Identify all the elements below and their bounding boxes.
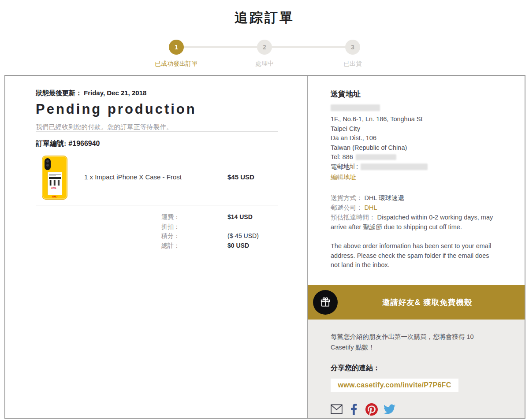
status-updated-label: 狀態最後更新： — [36, 89, 82, 97]
email-confirmation-note: The above order information has been sen… — [331, 242, 498, 270]
step-circle-3: 3 — [345, 40, 360, 55]
share-link-label: 分享您的連結： — [331, 364, 498, 373]
step-processing: 2 處理中 — [255, 40, 274, 68]
email-label: 電郵地址: — [331, 162, 358, 172]
shipping-address-section: 送貨地址 1F., No.6-1, Ln. 186, Tonghua St Ta… — [308, 76, 525, 182]
order-status-panel: 狀態最後更新：Friday, Dec 21, 2018 Pending prod… — [5, 76, 308, 418]
shipping-info-panel: 送貨地址 1F., No.6-1, Ln. 186, Tonghua St Ta… — [308, 76, 525, 418]
points-label: 積分： — [161, 232, 180, 240]
product-image-phone-case: —DHL— -DHL- — [42, 156, 67, 200]
status-updated-date: Friday, Dec 21, 2018 — [84, 89, 146, 97]
shipping-method-value: DHL 環球速遞 — [365, 194, 405, 201]
discount-label: 折扣： — [161, 223, 180, 231]
phone-label: Tel: 886 — [331, 152, 353, 162]
eta-line: 預估抵達時間： Dispatched within 0-2 working da… — [331, 212, 498, 232]
grand-total-label: 總計： — [161, 242, 180, 250]
grand-total-value: $0 USD — [227, 242, 249, 249]
total-row-shipping: 運費： $14 USD — [36, 213, 278, 223]
order-number-label: 訂單編號: — [36, 140, 66, 147]
order-item-name: 1 x Impact iPhone X Case - Frost — [84, 173, 182, 181]
divider — [36, 205, 278, 205]
shipping-address-heading: 送貨地址 — [331, 89, 498, 99]
courier-link[interactable]: DHL — [365, 204, 377, 211]
edit-address-link[interactable]: 編輯地址 — [331, 173, 356, 182]
step-order-placed: 1 已成功發出訂單 — [155, 40, 198, 68]
social-share-row — [331, 403, 498, 416]
courier-label: 郵遞公司： — [331, 204, 363, 211]
shipping-method-section: 送貨方式： DHL 環球速遞 郵遞公司： DHL 預估抵達時間： Dispatc… — [308, 182, 525, 270]
pinterest-share-icon[interactable] — [365, 403, 378, 416]
invite-link-box[interactable]: www.casetify.com/invite/P7P6FC — [331, 379, 458, 392]
shipping-method-line: 送貨方式： DHL 環球速遞 — [331, 193, 498, 203]
shipping-fee-label: 運費： — [161, 213, 180, 221]
total-row-points: 積分： ($-45 USD) — [36, 232, 278, 242]
referral-section: 每當您介紹的朋友作出第一次購買，您將會獲得 10 Casetify 點數！ 分享… — [308, 320, 525, 418]
status-updated-line: 狀態最後更新：Friday, Dec 21, 2018 — [36, 89, 278, 97]
shipping-method-label: 送貨方式： — [331, 194, 363, 201]
order-number-value: #1966940 — [68, 140, 100, 147]
step-label-1: 已成功發出訂單 — [155, 60, 198, 68]
order-item-price: $45 USD — [227, 173, 254, 181]
gift-icon-badge — [313, 290, 338, 315]
address-line-2: Taipei City — [331, 124, 498, 134]
order-status-description: 我們已經收到您的付款。您的訂單正等待製作。 — [36, 123, 278, 131]
step-circle-2: 2 — [257, 40, 272, 55]
step-circle-1: 1 — [169, 40, 184, 55]
twitter-share-icon[interactable] — [384, 403, 395, 415]
address-line-4: Taiwan (Republic of China) — [331, 143, 498, 153]
step-label-3: 已出貨 — [343, 60, 362, 68]
facebook-share-icon[interactable] — [348, 404, 360, 415]
phone-number-redacted — [356, 154, 396, 160]
eta-label: 預估抵達時間： — [331, 214, 376, 221]
divider — [36, 131, 278, 132]
order-details-box: 狀態最後更新：Friday, Dec 21, 2018 Pending prod… — [4, 75, 525, 419]
step-label-2: 處理中 — [255, 60, 274, 68]
phone-line: Tel: 886 — [331, 152, 498, 162]
email-line: 電郵地址: — [331, 162, 498, 172]
email-share-icon[interactable] — [331, 404, 343, 414]
gift-icon — [320, 297, 331, 308]
total-row-discount: 折扣： — [36, 223, 278, 233]
address-line-1: 1F., No.6-1, Ln. 186, Tonghua St — [331, 115, 498, 124]
step-shipped: 3 已出貨 — [343, 40, 362, 68]
case-barcode — [49, 180, 61, 186]
total-row-grand-total: 總計： $0 USD — [36, 242, 278, 252]
address-line-3: Da an Dist., 106 — [331, 134, 498, 143]
email-address-redacted — [361, 164, 428, 170]
order-number-line: 訂單編號:#1966940 — [36, 139, 278, 149]
shipping-fee-value: $14 USD — [227, 213, 253, 220]
recipient-name-redacted — [331, 104, 380, 111]
order-progress-stepper: 1 已成功發出訂單 2 處理中 3 已出貨 — [169, 40, 360, 69]
courier-line: 郵遞公司： DHL — [331, 203, 498, 212]
order-tracking-page: 追踪訂單 1 已成功發出訂單 2 處理中 3 已出貨 狀態最後更新：Friday… — [0, 0, 529, 420]
order-totals: 運費： $14 USD 折扣： 積分： ($-45 USD) 總計： $0 US… — [36, 213, 278, 251]
referral-banner-label: 邀請好友& 獲取免費機殼 — [308, 297, 525, 308]
points-value: ($-45 USD) — [227, 232, 259, 239]
page-title: 追踪訂單 — [0, 0, 529, 27]
referral-description: 每當您介紹的朋友作出第一次購買，您將會獲得 10 Casetify 點數！ — [331, 331, 498, 353]
order-item-row: —DHL— -DHL- 1 x Impact iPhone X Case - F… — [36, 149, 278, 205]
order-status-title: Pending production — [36, 101, 278, 117]
referral-banner[interactable]: 邀請好友& 獲取免費機殼 — [308, 285, 525, 320]
case-camera — [45, 158, 51, 170]
case-shipping-label: —DHL— — [48, 172, 62, 195]
